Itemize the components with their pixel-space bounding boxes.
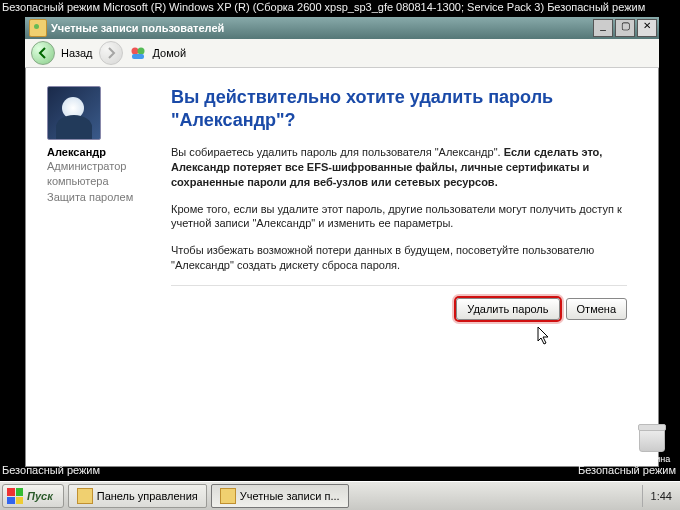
recycle-bin-label: Корзина — [636, 454, 668, 464]
safemode-text-bl: Безопасный режим — [2, 464, 100, 476]
sidebar: Александр Администратор компьютера Защит… — [47, 86, 157, 320]
taskbar-item-user-accounts[interactable]: Учетные записи п... — [211, 484, 349, 508]
warning-p1: Вы собираетесь удалить пароль для пользо… — [171, 145, 627, 190]
windows-flag-icon — [7, 488, 23, 504]
taskbar-item-label: Панель управления — [97, 490, 198, 502]
home-label[interactable]: Домой — [153, 47, 187, 59]
safemode-text-br: Безопасный режим — [578, 464, 676, 476]
delete-password-button[interactable]: Удалить пароль — [456, 298, 559, 320]
svg-point-1 — [137, 48, 144, 55]
clock: 1:44 — [651, 490, 672, 502]
back-label[interactable]: Назад — [61, 47, 93, 59]
svg-rect-2 — [132, 54, 144, 59]
start-button[interactable]: Пуск — [2, 484, 64, 508]
home-icon[interactable] — [129, 44, 147, 62]
window-title: Учетные записи пользователей — [51, 22, 593, 34]
forward-button — [99, 41, 123, 65]
taskbar-item-label: Учетные записи п... — [240, 490, 340, 502]
minimize-button[interactable]: _ — [593, 19, 613, 37]
control-panel-icon — [77, 488, 93, 504]
system-tray[interactable]: 1:44 — [642, 485, 680, 507]
user-accounts-icon — [220, 488, 236, 504]
start-label: Пуск — [27, 490, 53, 502]
user-role-line1: Администратор — [47, 159, 157, 173]
user-name: Александр — [47, 146, 157, 158]
taskbar: Пуск Панель управления Учетные записи п.… — [0, 481, 680, 510]
close-button[interactable]: ✕ — [637, 19, 657, 37]
maximize-button[interactable]: ▢ — [615, 19, 635, 37]
user-role-line3: Защита паролем — [47, 190, 157, 204]
warning-p3: Чтобы избежать возможной потери данных в… — [171, 243, 627, 273]
page-title: Вы действительно хотите удалить пароль "… — [171, 86, 627, 131]
titlebar[interactable]: Учетные записи пользователей _ ▢ ✕ — [25, 17, 659, 39]
user-role-line2: компьютера — [47, 174, 157, 188]
cancel-button[interactable]: Отмена — [566, 298, 627, 320]
back-button[interactable] — [31, 41, 55, 65]
recycle-bin-icon — [639, 428, 665, 452]
recycle-bin[interactable]: Корзина — [636, 428, 668, 464]
warning-p2: Кроме того, если вы удалите этот пароль,… — [171, 202, 627, 232]
svg-point-0 — [131, 48, 138, 55]
user-avatar — [47, 86, 101, 140]
safemode-text-top: Безопасный режим Microsoft (R) Windows X… — [2, 0, 645, 14]
arrow-left-icon — [37, 47, 49, 59]
cursor-icon — [537, 326, 551, 348]
toolbar: Назад Домой — [25, 39, 659, 68]
window-icon — [29, 19, 47, 37]
taskbar-item-control-panel[interactable]: Панель управления — [68, 484, 207, 508]
arrow-right-icon — [105, 47, 117, 59]
user-accounts-window: Учетные записи пользователей _ ▢ ✕ Назад… — [24, 16, 660, 468]
